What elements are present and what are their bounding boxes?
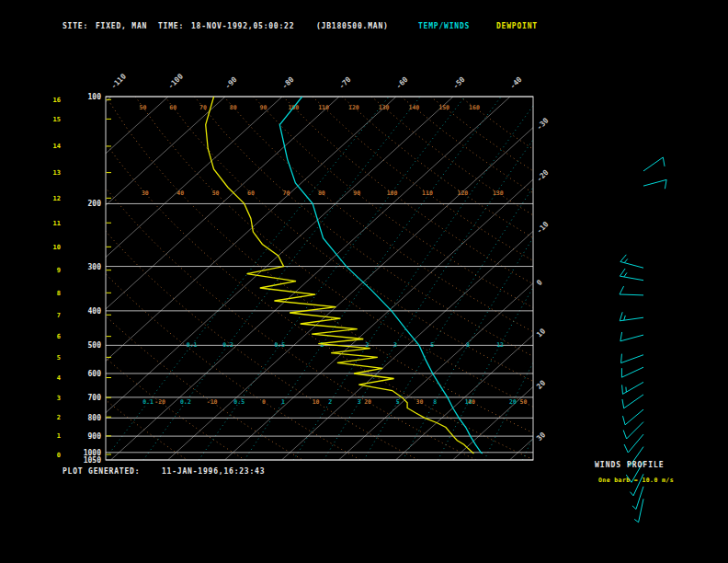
wind-barb	[620, 312, 643, 321]
svg-text:-90: -90	[223, 75, 239, 91]
wind-barb	[621, 354, 643, 363]
svg-text:-100: -100	[166, 72, 185, 90]
svg-text:10: 10	[313, 398, 320, 406]
wind-barb	[621, 367, 643, 377]
svg-text:110: 110	[318, 104, 329, 111]
svg-text:600: 600	[88, 370, 102, 378]
svg-text:2: 2	[328, 398, 332, 406]
wind-barb	[622, 395, 643, 408]
svg-text:16: 16	[53, 97, 61, 104]
svg-text:130: 130	[379, 104, 390, 111]
wind-barb	[620, 332, 643, 341]
svg-text:7: 7	[57, 312, 61, 319]
svg-text:-40: -40	[508, 75, 524, 91]
wind-barb	[620, 269, 643, 281]
svg-text:12: 12	[496, 341, 504, 349]
svg-text:-110: -110	[109, 72, 128, 90]
svg-text:3: 3	[358, 398, 361, 406]
svg-text:100: 100	[387, 190, 398, 197]
svg-text:50: 50	[212, 190, 220, 197]
svg-text:0: 0	[262, 398, 266, 406]
svg-text:120: 120	[457, 190, 468, 197]
svg-text:150: 150	[438, 104, 449, 111]
svg-text:0: 0	[535, 278, 544, 287]
svg-text:10: 10	[53, 244, 61, 251]
wind-barb	[624, 434, 643, 453]
svg-text:6: 6	[57, 333, 61, 340]
svg-text:400: 400	[88, 307, 102, 316]
wind-barb-scale-note: One barb = 10.0 m/s	[598, 477, 674, 484]
svg-text:0.5: 0.5	[274, 341, 285, 349]
svg-text:5: 5	[396, 398, 400, 406]
svg-text:110: 110	[422, 190, 433, 197]
svg-text:900: 900	[88, 432, 102, 441]
svg-text:130: 130	[493, 190, 504, 197]
svg-text:20: 20	[535, 379, 547, 391]
svg-text:14: 14	[53, 143, 61, 150]
svg-text:800: 800	[88, 414, 102, 422]
svg-text:-10: -10	[207, 398, 218, 406]
svg-text:80: 80	[318, 190, 325, 197]
svg-text:40: 40	[176, 190, 184, 197]
svg-text:-10: -10	[535, 220, 551, 236]
svg-text:1: 1	[320, 341, 324, 349]
svg-text:700: 700	[88, 394, 102, 402]
svg-text:-60: -60	[394, 75, 410, 91]
pressure-axis-labels: 10020030040050060070080090010001050	[84, 93, 101, 465]
svg-text:300: 300	[88, 263, 102, 271]
svg-text:80: 80	[230, 104, 237, 111]
svg-text:20: 20	[364, 398, 371, 406]
svg-text:-20: -20	[154, 398, 165, 406]
plot-generated-label: PLOT GENERATED:	[63, 467, 140, 476]
svg-text:90: 90	[353, 190, 360, 197]
svg-text:120: 120	[348, 104, 359, 111]
svg-text:0: 0	[57, 452, 61, 459]
svg-text:8: 8	[433, 398, 437, 406]
wind-barb	[620, 255, 643, 268]
svg-text:1050: 1050	[84, 456, 101, 465]
svg-text:3: 3	[57, 395, 61, 402]
svg-text:4: 4	[57, 374, 61, 382]
svg-text:5: 5	[57, 354, 61, 362]
right-temp-labels: -30-20-100102030	[535, 116, 551, 442]
svg-text:-70: -70	[337, 75, 353, 91]
svg-text:90: 90	[260, 104, 267, 111]
svg-text:500: 500	[88, 341, 102, 350]
plot-generated-value: 11-JAN-1996,16:23:43	[162, 467, 265, 476]
altitude-axis-labels: 012345678910111213141516	[53, 97, 111, 459]
svg-text:-50: -50	[451, 75, 467, 91]
svg-text:0.2: 0.2	[222, 341, 233, 349]
wind-barb	[634, 499, 643, 522]
temperature-curve	[279, 97, 483, 454]
svg-text:3: 3	[393, 341, 397, 349]
sounding-plot-screen: SITE: FIXED, MAN TIME: 18-NOV-1992,05:00…	[0, 0, 728, 563]
svg-text:-80: -80	[280, 75, 296, 91]
wind-barb	[622, 409, 643, 425]
svg-text:30: 30	[142, 190, 149, 197]
top-temp-labels: -110-100-90-80-70-60-50-40	[109, 72, 524, 90]
svg-text:30: 30	[535, 431, 547, 442]
svg-text:11: 11	[53, 220, 61, 227]
svg-text:50: 50	[520, 398, 528, 406]
svg-text:12: 12	[465, 398, 472, 406]
wind-barb	[622, 382, 643, 394]
wind-barb	[643, 179, 666, 189]
svg-text:60: 60	[247, 190, 255, 197]
svg-text:8: 8	[466, 341, 470, 349]
winds-profile-title: WINDS PROFILE	[595, 461, 665, 469]
svg-text:0.1: 0.1	[142, 398, 154, 406]
svg-text:2: 2	[57, 414, 61, 421]
svg-text:100: 100	[88, 93, 102, 101]
svg-text:8: 8	[57, 290, 61, 297]
svg-text:0.5: 0.5	[233, 398, 245, 406]
svg-text:160: 160	[469, 104, 480, 111]
svg-text:1: 1	[57, 432, 61, 440]
svg-text:-20: -20	[535, 168, 551, 184]
svg-text:200: 200	[88, 200, 102, 208]
svg-text:1: 1	[281, 398, 285, 406]
svg-text:20: 20	[509, 398, 517, 406]
svg-text:30: 30	[416, 398, 424, 406]
svg-text:12: 12	[53, 195, 61, 202]
svg-text:15: 15	[53, 116, 61, 123]
svg-text:60: 60	[169, 104, 176, 111]
